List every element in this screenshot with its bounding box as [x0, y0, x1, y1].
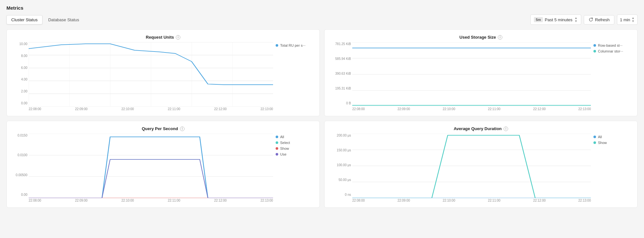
legend-dot-all-qps — [276, 136, 278, 138]
request-units-title: Request Units i — [12, 35, 314, 40]
legend-dot-select-qps — [276, 141, 278, 144]
page-container: Metrics Cluster Status Database Status 5… — [0, 0, 644, 238]
legend-dot-row-based — [593, 44, 596, 47]
used-storage-x-axis: 22:08:0022:09:0022:10:0022:11:0022:12:00… — [352, 107, 591, 111]
qps-svg — [29, 134, 273, 198]
tab-database-status[interactable]: Database Status — [44, 15, 84, 24]
tab-cluster-status[interactable]: Cluster Status — [6, 15, 43, 24]
aqd-svg — [352, 134, 591, 198]
avg-query-duration-chart: Average Query Duration i 200.00 μs150.00… — [324, 121, 638, 208]
time-badge: 5m — [534, 17, 543, 22]
top-bar: Cluster Status Database Status 5m Past 5… — [6, 14, 638, 25]
aqd-y-axis: 200.00 μs150.00 μs100.00 μs50.00 μs0 ns — [330, 134, 352, 202]
page-title: Metrics — [6, 5, 638, 11]
legend-item-show-qps: Show — [276, 147, 314, 150]
query-per-second-chart: Query Per Second i 0.01500.01000.005000.… — [6, 121, 320, 208]
aqd-legend: All Show — [593, 134, 632, 202]
request-units-chart: Request Units i 10.008.006.004.002.000.0… — [6, 29, 320, 116]
legend-label-select-qps: Select — [280, 141, 290, 145]
legend-dot-use-qps — [276, 153, 278, 156]
legend-dot-all-aqd — [593, 136, 596, 138]
query-per-second-title: Query Per Second i — [12, 126, 314, 131]
legend-dot-show-qps — [276, 147, 278, 150]
interval-selector[interactable]: 1 min ▲▼ — [617, 14, 638, 25]
qps-y-axis: 0.01500.01000.005000.00 — [12, 134, 29, 202]
request-units-x-axis: 22:08:0022:09:0022:10:0022:11:0022:12:00… — [29, 107, 273, 111]
legend-item-use-qps: Use — [276, 152, 314, 156]
legend-label-total-ru: Total RU per s··· — [280, 43, 306, 47]
request-units-info-icon[interactable]: i — [176, 35, 180, 40]
legend-label-columnar: Columnar stor··· — [598, 49, 623, 53]
refresh-label: Refresh — [595, 17, 610, 22]
legend-item-all-qps: All — [276, 135, 314, 139]
request-units-svg — [29, 42, 273, 107]
legend-item-columnar: Columnar stor··· — [593, 49, 632, 53]
aqd-plot: 22:08:0022:09:0022:10:0022:11:0022:12:00… — [352, 134, 591, 202]
qps-legend: All Select Show Use — [276, 134, 314, 202]
legend-item-row-based: Row-based st··· — [593, 43, 632, 47]
used-storage-info-icon[interactable]: i — [498, 35, 502, 40]
charts-grid: Request Units i 10.008.006.004.002.000.0… — [6, 29, 638, 208]
qps-plot: 22:08:0022:09:0022:10:0022:11:0022:12:00… — [29, 134, 273, 202]
used-storage-y-axis: 781.25 KiB585.94 KiB390.63 KiB195.31 KiB… — [330, 42, 352, 111]
legend-label-show-qps: Show — [280, 147, 289, 150]
avg-query-duration-info-icon[interactable]: i — [504, 127, 508, 131]
refresh-icon — [589, 17, 593, 22]
used-storage-chart-area: 781.25 KiB585.94 KiB390.63 KiB195.31 KiB… — [330, 42, 632, 111]
used-storage-title: Used Storage Size i — [330, 35, 632, 40]
controls-bar: 5m Past 5 minutes ▲▼ Refresh 1 min ▲▼ — [530, 14, 638, 25]
qps-x-axis: 22:08:0022:09:0022:10:0022:11:0022:12:00… — [29, 199, 273, 202]
legend-item-select-qps: Select — [276, 141, 314, 145]
used-storage-plot: 22:08:0022:09:0022:10:0022:11:0022:12:00… — [352, 42, 591, 111]
legend-dot-columnar — [593, 50, 596, 52]
query-per-second-info-icon[interactable]: i — [180, 127, 185, 131]
request-units-legend: Total RU per s··· — [276, 42, 314, 111]
legend-item-show-aqd: Show — [593, 141, 632, 145]
interval-label: 1 min — [620, 17, 630, 22]
tab-bar: Cluster Status Database Status — [6, 15, 84, 24]
legend-label-row-based: Row-based st··· — [598, 43, 622, 47]
query-per-second-chart-area: 0.01500.01000.005000.00 — [12, 134, 314, 202]
aqd-x-axis: 22:08:0022:09:0022:10:0022:11:0022:12:00… — [352, 199, 591, 202]
request-units-plot: 22:08:0022:09:0022:10:0022:11:0022:12:00… — [29, 42, 273, 111]
request-units-y-axis: 10.008.006.004.002.000.00 — [12, 42, 29, 111]
legend-label-show-aqd: Show — [598, 141, 607, 145]
refresh-button[interactable]: Refresh — [584, 15, 615, 24]
request-units-chart-area: 10.008.006.004.002.000.00 — [12, 42, 314, 111]
svg-rect-0 — [29, 42, 273, 107]
legend-item-total-ru: Total RU per s··· — [276, 43, 314, 47]
time-range-label: Past 5 minutes — [545, 17, 573, 22]
legend-dot-total-ru — [276, 44, 278, 47]
chevron-updown-icon: ▲▼ — [574, 16, 578, 23]
legend-dot-show-aqd — [593, 141, 596, 144]
used-storage-svg — [352, 42, 591, 107]
interval-chevron-icon: ▲▼ — [631, 16, 635, 23]
legend-label-use-qps: Use — [280, 152, 287, 156]
time-range-selector[interactable]: 5m Past 5 minutes ▲▼ — [530, 14, 581, 25]
used-storage-chart: Used Storage Size i 781.25 KiB585.94 KiB… — [324, 29, 638, 116]
legend-label-all-aqd: All — [598, 135, 602, 139]
legend-item-all-aqd: All — [593, 135, 632, 139]
avg-query-duration-chart-area: 200.00 μs150.00 μs100.00 μs50.00 μs0 ns — [330, 134, 632, 202]
avg-query-duration-title: Average Query Duration i — [330, 126, 632, 131]
legend-label-all-qps: All — [280, 135, 284, 139]
used-storage-legend: Row-based st··· Columnar stor··· — [593, 42, 632, 111]
